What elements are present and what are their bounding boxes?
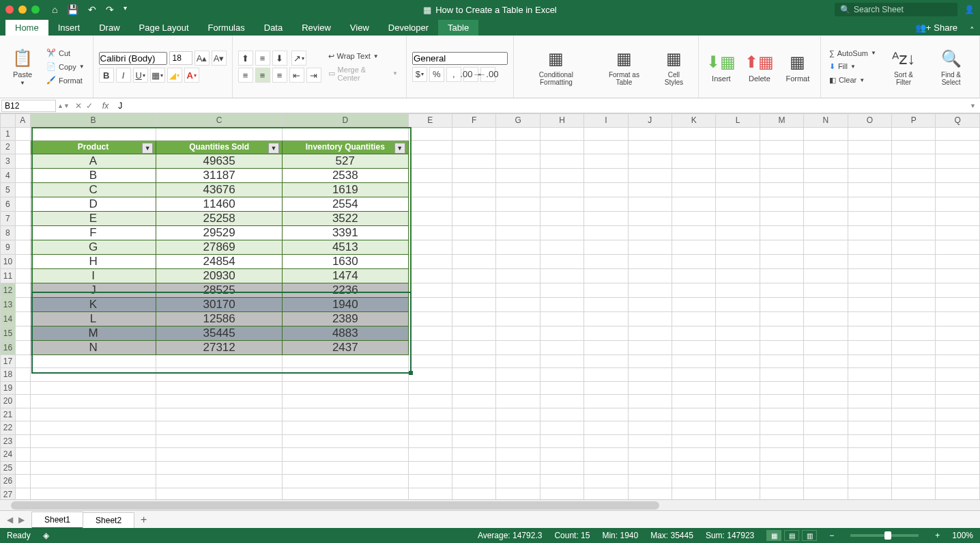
- cell-O6[interactable]: [848, 197, 891, 211]
- cell-L27[interactable]: [716, 488, 760, 499]
- maximize-window-icon[interactable]: [31, 5, 40, 14]
- cell-Q23[interactable]: [936, 434, 980, 448]
- cell-F15[interactable]: [452, 326, 496, 340]
- cell-E9[interactable]: [408, 240, 452, 254]
- cell-E2[interactable]: [408, 141, 452, 154]
- cell-L3[interactable]: [716, 154, 760, 168]
- column-header-A[interactable]: A: [15, 114, 30, 128]
- cell-N6[interactable]: [804, 197, 848, 211]
- cell-A18[interactable]: [15, 368, 30, 382]
- row-header-21[interactable]: 21: [1, 408, 16, 421]
- row-header-24[interactable]: 24: [1, 448, 16, 462]
- row-header-25[interactable]: 25: [1, 461, 16, 475]
- cell-Q7[interactable]: [936, 211, 980, 225]
- cell-A17[interactable]: [15, 354, 30, 368]
- cell-K21[interactable]: [672, 408, 716, 421]
- cell-C24[interactable]: [156, 448, 283, 462]
- cell-D17[interactable]: [282, 354, 408, 368]
- cell-G14[interactable]: [496, 311, 540, 326]
- cell-L24[interactable]: [716, 448, 760, 462]
- cell-Q12[interactable]: [936, 283, 980, 297]
- cell-O19[interactable]: [848, 381, 891, 395]
- cell-E25[interactable]: [408, 461, 452, 475]
- cell-B17[interactable]: [30, 354, 156, 368]
- cell-F19[interactable]: [452, 381, 496, 395]
- cell-Q16[interactable]: [936, 340, 980, 354]
- cell-J23[interactable]: [628, 434, 672, 448]
- cell-P26[interactable]: [892, 475, 936, 488]
- cell-D22[interactable]: [282, 421, 408, 435]
- cell-P27[interactable]: [892, 488, 936, 499]
- cell-P21[interactable]: [892, 408, 936, 421]
- cell-E24[interactable]: [408, 448, 452, 462]
- format-painter-button[interactable]: 🖌️Format: [44, 74, 87, 86]
- cell-P4[interactable]: [892, 168, 936, 182]
- row-header-17[interactable]: 17: [1, 354, 16, 368]
- cell-J11[interactable]: [628, 268, 672, 283]
- cell-E14[interactable]: [408, 311, 452, 326]
- cell-O13[interactable]: [848, 297, 891, 311]
- cell-N15[interactable]: [804, 326, 848, 340]
- cell-G9[interactable]: [496, 240, 540, 254]
- cell-D15[interactable]: 4883: [282, 326, 408, 340]
- cell-M23[interactable]: [760, 434, 803, 448]
- cell-A25[interactable]: [15, 461, 30, 475]
- cell-H16[interactable]: [540, 340, 583, 354]
- horizontal-scrollbar[interactable]: [0, 499, 980, 510]
- cell-P14[interactable]: [892, 311, 936, 326]
- cell-I20[interactable]: [584, 395, 628, 408]
- row-header-5[interactable]: 5: [1, 182, 16, 197]
- cell-D6[interactable]: 2554: [282, 197, 408, 211]
- cell-M21[interactable]: [760, 408, 803, 421]
- cell-B20[interactable]: [30, 395, 156, 408]
- cell-Q20[interactable]: [936, 395, 980, 408]
- cell-E10[interactable]: [408, 254, 452, 268]
- cell-G23[interactable]: [496, 434, 540, 448]
- wrap-text-button[interactable]: ↩Wrap Text▼: [326, 51, 401, 62]
- cell-K14[interactable]: [672, 311, 716, 326]
- decrease-indent-icon[interactable]: ⇤: [289, 68, 304, 83]
- font-color-button[interactable]: A: [184, 68, 199, 83]
- cell-H21[interactable]: [540, 408, 583, 421]
- underline-button[interactable]: U: [133, 68, 148, 83]
- cell-E17[interactable]: [408, 354, 452, 368]
- row-header-26[interactable]: 26: [1, 475, 16, 488]
- delete-cells-button[interactable]: ⬆▦Delete: [743, 50, 777, 84]
- cell-K18[interactable]: [672, 368, 716, 382]
- cell-G5[interactable]: [496, 182, 540, 197]
- cell-B16[interactable]: N: [30, 340, 156, 354]
- cell-I4[interactable]: [584, 168, 628, 182]
- cell-E13[interactable]: [408, 297, 452, 311]
- format-as-table-button[interactable]: ▦Format as Table: [597, 46, 651, 87]
- cell-O24[interactable]: [848, 448, 891, 462]
- cell-J4[interactable]: [628, 168, 672, 182]
- cell-I3[interactable]: [584, 154, 628, 168]
- cell-K3[interactable]: [672, 154, 716, 168]
- fill-color-button[interactable]: ◢: [167, 68, 182, 83]
- cell-I10[interactable]: [584, 254, 628, 268]
- cell-N11[interactable]: [804, 268, 848, 283]
- cell-C1[interactable]: [156, 127, 283, 141]
- cell-N18[interactable]: [804, 368, 848, 382]
- cell-B4[interactable]: B: [30, 168, 156, 182]
- cell-Q9[interactable]: [936, 240, 980, 254]
- cell-K1[interactable]: [672, 127, 716, 141]
- comma-icon[interactable]: ,: [446, 67, 461, 82]
- cell-Q17[interactable]: [936, 354, 980, 368]
- cell-M2[interactable]: [760, 141, 803, 154]
- cell-C14[interactable]: 12586: [156, 311, 283, 326]
- cell-D19[interactable]: [282, 381, 408, 395]
- conditional-formatting-button[interactable]: ▦Conditional Formatting: [519, 46, 593, 87]
- row-header-3[interactable]: 3: [1, 154, 16, 168]
- minimize-window-icon[interactable]: [18, 5, 27, 14]
- cell-O20[interactable]: [848, 395, 891, 408]
- cell-D1[interactable]: [282, 127, 408, 141]
- cell-A10[interactable]: [15, 254, 30, 268]
- cell-K20[interactable]: [672, 395, 716, 408]
- tab-insert[interactable]: Insert: [48, 20, 90, 36]
- cell-D26[interactable]: [282, 475, 408, 488]
- cell-D24[interactable]: [282, 448, 408, 462]
- cell-E6[interactable]: [408, 197, 452, 211]
- cell-O21[interactable]: [848, 408, 891, 421]
- cell-P5[interactable]: [892, 182, 936, 197]
